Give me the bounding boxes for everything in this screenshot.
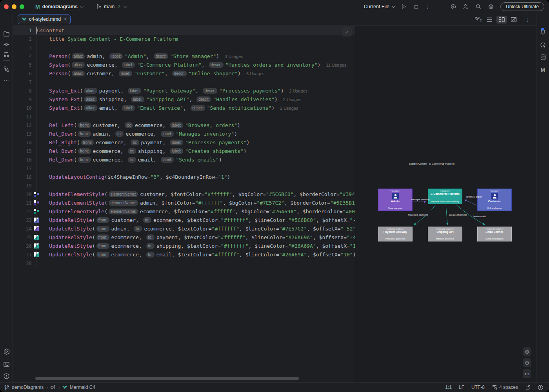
- line-number[interactable]: 25: [13, 233, 32, 242]
- encoding-widget[interactable]: UTF-8: [471, 385, 485, 390]
- maven-tool-window-button[interactable]: M: [536, 65, 549, 74]
- line-number[interactable]: 16: [13, 156, 32, 164]
- line-number[interactable]: 12: [13, 121, 32, 130]
- project-widget[interactable]: M demoDiagrams: [35, 4, 83, 10]
- database-tool-window-button[interactable]: [536, 53, 549, 62]
- code-line[interactable]: 7: [13, 78, 355, 87]
- code-editor[interactable]: 1C4Context2 title System Context - E-Com…: [13, 26, 355, 382]
- line-number[interactable]: 20: [13, 190, 32, 199]
- structure-tool-window-button[interactable]: [0, 64, 13, 74]
- tab-close-icon[interactable]: ×: [64, 16, 67, 22]
- code-line[interactable]: 22 UpdateElementStyle(elementName:ecomme…: [13, 207, 355, 216]
- line-number[interactable]: 8: [13, 87, 32, 95]
- usages-hint[interactable]: 3 Usages: [225, 54, 243, 59]
- line-number[interactable]: 27: [13, 250, 32, 259]
- line-number[interactable]: 5: [13, 61, 32, 69]
- usages-hint[interactable]: 2 Usages: [289, 89, 307, 93]
- line-number[interactable]: 6: [13, 69, 32, 78]
- tab-c4-styled[interactable]: c4-styled.mmd ×: [18, 15, 71, 24]
- inspections-ok-checkmark[interactable]: ✓: [342, 27, 352, 36]
- project-tool-window-button[interactable]: [0, 29, 13, 38]
- search-everywhere-icon[interactable]: [475, 4, 482, 10]
- code-line[interactable]: 27 UpdateRelStyle(from:ecommerce, to:ema…: [13, 250, 355, 259]
- indent-widget[interactable]: 4 spaces: [492, 385, 518, 390]
- line-number[interactable]: 2: [13, 35, 32, 44]
- line-number[interactable]: 19: [13, 181, 32, 190]
- zoom-reset-button[interactable]: 1:1: [523, 369, 531, 378]
- notifications-bell-icon[interactable]: [536, 27, 549, 36]
- line-number[interactable]: 4: [13, 52, 32, 61]
- code-line[interactable]: 4 Person(alias:admin, label:"Admin", des…: [13, 52, 355, 61]
- close-window-button[interactable]: [4, 4, 9, 9]
- code-line[interactable]: 13 Rel_Down(from:admin, to:ecommerce, la…: [13, 130, 355, 138]
- code-line[interactable]: 26 UpdateRelStyle(from:ecommerce, to:shi…: [13, 242, 355, 250]
- code-line[interactable]: 2 title System Context - E-Commerce Plat…: [13, 35, 355, 44]
- code-line[interactable]: 15 Rel_Down(from:ecommerce, to:shipping,…: [13, 147, 355, 156]
- line-number[interactable]: 10: [13, 104, 32, 113]
- event-log-alert-icon[interactable]: [538, 385, 544, 390]
- code-line[interactable]: 24 UpdateRelStyle(from:admin, to:ecommer…: [13, 225, 355, 233]
- code-line[interactable]: 8 System_Ext(alias:payment, label:"Payme…: [13, 87, 355, 95]
- line-number[interactable]: 28: [13, 259, 32, 268]
- split-view-icon[interactable]: [496, 16, 507, 24]
- ai-assistant-icon[interactable]: [450, 4, 456, 10]
- code-line[interactable]: 10 System_Ext(alias:email, label:"Email …: [13, 104, 355, 113]
- usages-hint[interactable]: 2 Usages: [283, 97, 301, 102]
- line-number[interactable]: 17: [13, 164, 32, 173]
- usages-hint[interactable]: 11 Usages: [326, 63, 346, 67]
- breadcrumb-file[interactable]: Mermaid C4: [70, 385, 95, 390]
- terminal-tool-window-button[interactable]: [0, 359, 13, 369]
- line-number[interactable]: 23: [13, 216, 32, 225]
- ai-assistant-tool-window-button[interactable]: [536, 40, 549, 49]
- usages-hint[interactable]: 2 Usages: [280, 106, 298, 111]
- line-number[interactable]: 21: [13, 199, 32, 207]
- line-number[interactable]: 15: [13, 147, 32, 156]
- line-number[interactable]: 3: [13, 44, 32, 52]
- code-line[interactable]: 17: [13, 164, 355, 173]
- line-number[interactable]: 7: [13, 78, 32, 87]
- code-line[interactable]: 23 UpdateRelStyle(from:customer, to:ecom…: [13, 216, 355, 225]
- code-line[interactable]: 6 Person(alias:customer, label:"Customer…: [13, 69, 355, 78]
- code-line[interactable]: 21 UpdateElementStyle(elementName:admin,…: [13, 199, 355, 207]
- problems-tool-window-button[interactable]: [0, 371, 13, 381]
- line-number[interactable]: 11: [13, 113, 32, 121]
- maximize-window-button[interactable]: [20, 4, 24, 9]
- settings-gear-icon[interactable]: [488, 4, 494, 10]
- code-line[interactable]: 16 Rel_Down(from:ecommerce, to:email, la…: [13, 156, 355, 164]
- line-number[interactable]: 22: [13, 207, 32, 216]
- breadcrumb-folder[interactable]: c4: [51, 385, 56, 390]
- code-line[interactable]: 28: [13, 259, 355, 268]
- line-number[interactable]: 24: [13, 225, 32, 233]
- breadcrumb-project[interactable]: demoDiagrams: [12, 385, 44, 390]
- commit-tool-window-button[interactable]: [0, 40, 13, 49]
- caret-position-widget[interactable]: 1:1: [445, 385, 452, 390]
- pull-requests-tool-window-button[interactable]: [0, 49, 13, 59]
- run-button[interactable]: [401, 4, 407, 9]
- line-number[interactable]: 1: [13, 26, 32, 35]
- unlock-ultimate-button[interactable]: Unlock Ultimate: [500, 2, 544, 11]
- code-with-me-icon[interactable]: [463, 4, 469, 10]
- code-line[interactable]: 19: [13, 181, 355, 190]
- code-line[interactable]: 11: [13, 113, 355, 121]
- code-line[interactable]: 20 UpdateElementStyle(elementName:custom…: [13, 190, 355, 199]
- code-line[interactable]: 9 System_Ext(alias:shipping, label:"Ship…: [13, 95, 355, 104]
- zoom-out-button[interactable]: ⊖: [523, 358, 531, 367]
- line-separator-widget[interactable]: LF: [459, 385, 464, 390]
- lock-open-icon[interactable]: [525, 385, 531, 390]
- line-number[interactable]: 13: [13, 130, 32, 138]
- run-configuration-selector[interactable]: Current File: [364, 4, 394, 9]
- branch-widget[interactable]: main ↗: [96, 4, 126, 9]
- code-line[interactable]: 5 System(alias:ecommerce, label:"E-Comme…: [13, 61, 355, 69]
- mermaid-settings-icon[interactable]: ?: [475, 16, 482, 22]
- editor-options-menu[interactable]: ⋮: [525, 16, 531, 23]
- minimize-window-button[interactable]: [12, 4, 16, 9]
- line-number[interactable]: 14: [13, 138, 32, 147]
- more-tool-windows-button[interactable]: ⋯: [0, 76, 13, 85]
- code-line[interactable]: 3: [13, 44, 355, 52]
- line-number[interactable]: 26: [13, 242, 32, 250]
- usages-hint[interactable]: 3 Usages: [246, 71, 264, 76]
- code-line[interactable]: 25 UpdateRelStyle(from:ecommerce, to:pay…: [13, 233, 355, 242]
- code-line[interactable]: 1C4Context: [13, 26, 355, 35]
- more-actions-menu[interactable]: ⋮: [425, 4, 431, 10]
- code-line[interactable]: 14 Rel_Right(from:ecommerce, to:payment,…: [13, 138, 355, 147]
